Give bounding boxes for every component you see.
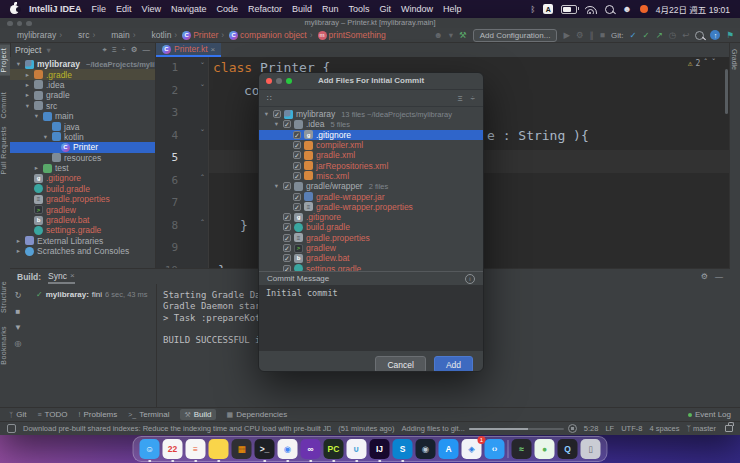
file-checkbox[interactable]: [283, 120, 291, 128]
user-menu-icon[interactable]: ☻: [622, 4, 631, 14]
menu-item[interactable]: Build: [292, 4, 312, 14]
dialog-tree-item[interactable]: gradlew.bat: [259, 253, 483, 263]
menu-item[interactable]: Window: [401, 4, 433, 14]
file-checkbox[interactable]: [293, 131, 301, 139]
fold-marker-icon[interactable]: ˇ: [198, 62, 207, 72]
tree-item[interactable]: ▾ kotlin: [10, 132, 155, 142]
dock-app-icon[interactable]: ∪: [347, 439, 367, 459]
line-ending[interactable]: LF: [605, 424, 614, 433]
file-checkbox[interactable]: [283, 244, 291, 252]
menu-item[interactable]: Tools: [349, 4, 370, 14]
tree-item[interactable]: ▸ gradle: [10, 90, 155, 100]
add-configuration-button[interactable]: Add Configuration...: [473, 29, 558, 42]
git-branch[interactable]: ᛉ master: [686, 424, 716, 433]
panel-settings-icon[interactable]: ⚙: [131, 45, 138, 55]
file-checkbox[interactable]: [293, 203, 301, 211]
tree-item[interactable]: Printer: [10, 142, 155, 152]
indent-setting[interactable]: 4 spaces: [649, 424, 679, 433]
history-icon[interactable]: ◷: [669, 31, 676, 40]
file-encoding[interactable]: UTF-8: [621, 424, 642, 433]
tree-chevron-icon[interactable]: ▾: [263, 110, 270, 118]
tool-window-stripe-button[interactable]: Commit: [0, 89, 10, 122]
breadcrumb-item[interactable]: mylibraray: [6, 30, 56, 40]
dialog-tree-item[interactable]: gradle-wrapper.properties: [259, 202, 483, 212]
dialog-tree-item[interactable]: gradle.properties: [259, 233, 483, 243]
dock-app-icon[interactable]: [209, 439, 229, 459]
dock-app-icon[interactable]: ●: [535, 439, 555, 459]
dock-app-icon[interactable]: PC: [324, 439, 344, 459]
commit-message-input[interactable]: Initial commit: [259, 285, 483, 351]
file-checkbox[interactable]: [283, 223, 291, 231]
menubar-app-icon[interactable]: [640, 5, 648, 13]
expand-all-icon[interactable]: Ξ: [457, 94, 462, 103]
menu-item[interactable]: Refactor: [248, 4, 282, 14]
dock-app-icon[interactable]: [508, 440, 509, 458]
search-everywhere-icon[interactable]: [695, 31, 704, 40]
tool-window-stripe-button[interactable]: Structure: [0, 278, 10, 316]
tree-chevron-icon[interactable]: ▸: [24, 91, 31, 99]
tree-item[interactable]: ▸ .idea: [10, 80, 155, 90]
tree-item[interactable]: ▸ test: [10, 163, 155, 173]
dialog-file-tree[interactable]: ▾ mylibraray 13 files ~/IdeaProjects/myl…: [259, 107, 483, 271]
dock-app-icon[interactable]: ▦: [232, 439, 252, 459]
menu-item[interactable]: Git: [380, 4, 392, 14]
tree-chevron-icon[interactable]: ▾: [273, 182, 280, 190]
tree-chevron-icon[interactable]: ▸: [24, 71, 31, 79]
tool-window-button[interactable]: >_ Terminal: [128, 410, 169, 419]
fold-marker-icon[interactable]: ˆ: [198, 174, 207, 184]
file-checkbox[interactable]: [283, 182, 291, 190]
dock-app-icon[interactable]: ∞: [301, 439, 321, 459]
dock-app-icon[interactable]: IJ: [370, 439, 390, 459]
group-by-directory-icon[interactable]: ∷: [267, 94, 272, 103]
dock-app-icon[interactable]: ◉: [278, 439, 298, 459]
tool-window-stripe-button[interactable]: Bookmarks: [0, 323, 10, 368]
update-project-icon[interactable]: ✓: [629, 31, 636, 40]
inspection-widget[interactable]: ⚠ 2 ˆ ˇ: [688, 59, 716, 68]
status-message[interactable]: Download pre-built shared indexes: Reduc…: [23, 424, 331, 433]
stop-build-icon[interactable]: ■: [16, 307, 21, 316]
tree-item[interactable]: build.gradle: [10, 184, 155, 194]
menu-item[interactable]: Navigate: [171, 4, 207, 14]
file-checkbox[interactable]: [283, 234, 291, 242]
tree-item[interactable]: ▸ Scratches and Consoles: [10, 246, 155, 256]
menu-item[interactable]: Help: [443, 4, 462, 14]
info-icon[interactable]: i: [465, 274, 475, 284]
dock-app-icon[interactable]: ▯: [581, 439, 601, 459]
tool-window-stripe-button[interactable]: Project: [0, 45, 10, 76]
tree-item[interactable]: gradlew.bat: [10, 215, 155, 225]
tool-window-stripe-button[interactable]: Pull Requests: [0, 123, 10, 177]
file-checkbox[interactable]: [283, 265, 291, 271]
project-tree[interactable]: ▾ mylibraray ~/IdeaProjects/mylibraray ▸…: [10, 57, 156, 268]
shared-indexes-icon[interactable]: [7, 424, 16, 433]
editor-scrollbar[interactable]: [725, 69, 728, 114]
prev-warning-icon[interactable]: ˆ: [703, 59, 708, 68]
dock-app-icon[interactable]: ◈ 1: [462, 439, 482, 459]
gradle-stripe-button[interactable]: Gradle: [731, 49, 738, 70]
tree-chevron-icon[interactable]: ▾: [24, 102, 31, 110]
menu-item[interactable]: View: [142, 4, 161, 14]
tree-item[interactable]: resources: [10, 153, 155, 163]
spotlight-search-icon[interactable]: [605, 5, 614, 14]
profiler-icon[interactable]: ∥: [590, 31, 594, 40]
tool-window-button[interactable]: ▦ Dependencies: [227, 410, 288, 419]
dialog-tree-item[interactable]: gradle.xml: [259, 150, 483, 160]
tree-chevron-icon[interactable]: ▸: [33, 164, 40, 172]
tree-item[interactable]: ▾ main: [10, 111, 155, 121]
file-checkbox[interactable]: [293, 172, 301, 180]
tool-window-button[interactable]: ᛉ Git: [9, 410, 26, 419]
tree-chevron-icon[interactable]: ▸: [15, 247, 22, 255]
cancel-task-icon[interactable]: [568, 424, 577, 433]
file-checkbox[interactable]: [293, 141, 301, 149]
tree-chevron-icon[interactable]: ▾: [42, 133, 49, 141]
tree-item[interactable]: ▾ mylibraray ~/IdeaProjects/mylibraray: [10, 59, 155, 69]
file-checkbox[interactable]: [293, 151, 301, 159]
menu-item[interactable]: Code: [216, 4, 238, 14]
hide-build-panel-icon[interactable]: —: [715, 272, 723, 281]
fold-marker-icon[interactable]: ˇ: [198, 129, 207, 139]
dialog-tree-item[interactable]: ▾ mylibraray 13 files ~/IdeaProjects/myl…: [259, 109, 483, 119]
dialog-tree-item[interactable]: ▾ .idea 5 files: [259, 119, 483, 129]
tool-window-button[interactable]: ≡ TODO: [37, 410, 67, 419]
tool-window-button[interactable]: ! Problems: [79, 410, 118, 419]
rollback-icon[interactable]: ↩: [682, 31, 689, 40]
tree-chevron-icon[interactable]: ▸: [15, 237, 22, 245]
